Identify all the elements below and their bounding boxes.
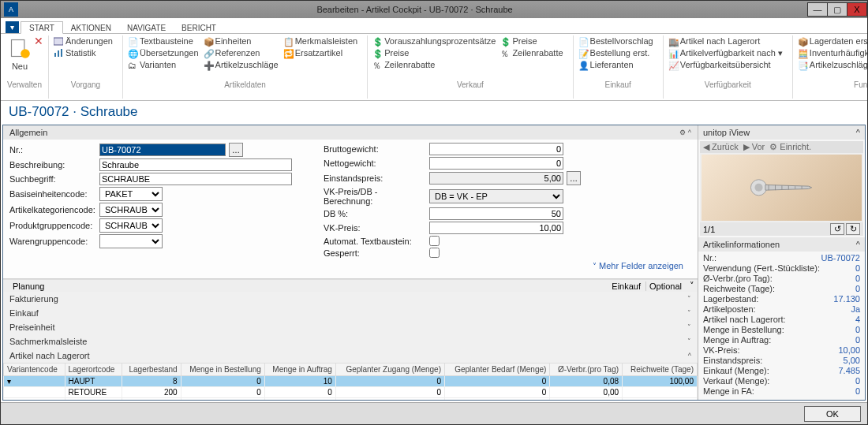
more-fields-link[interactable]: ˅ Mehr Felder anzeigen xyxy=(9,258,691,274)
preise2-button[interactable]: 💲Preise xyxy=(500,35,563,47)
artikelinfo-header[interactable]: Artikelinformationen^ xyxy=(698,237,865,252)
panel-planung-header[interactable]: Planung xyxy=(6,281,607,291)
lagerdaten-button[interactable]: 📦Lagerdaten erstellen xyxy=(798,35,868,47)
text-icon: 📄 xyxy=(128,36,137,46)
close-icon: ✕ xyxy=(34,35,43,47)
varianten-button[interactable]: 🗂Varianten xyxy=(128,59,199,70)
rotate-right-button[interactable]: ↻ xyxy=(846,223,860,235)
table-row[interactable]: SEA0100000,000,00 xyxy=(4,398,698,401)
brutto-input[interactable] xyxy=(429,143,563,155)
vorauszahlung-button[interactable]: 💲Vorauszahlungsprozentsätze xyxy=(372,35,496,47)
tab-navigate[interactable]: NAVIGATE xyxy=(119,22,174,33)
close-button[interactable]: X xyxy=(847,2,867,17)
db-input[interactable] xyxy=(429,207,563,220)
verfuegbarkeit-button[interactable]: 📈Verfügbarkeitsübersicht xyxy=(668,59,783,70)
gesperrt-checkbox[interactable] xyxy=(429,248,440,258)
autotext-checkbox[interactable] xyxy=(429,236,440,246)
info-value[interactable]: 0 xyxy=(821,284,860,293)
attr-icon: 📋 xyxy=(283,36,293,46)
lieferanten-button[interactable]: 👤Lieferanten xyxy=(578,59,653,70)
neu-button[interactable]: Neu xyxy=(6,35,34,73)
ep-lookup-button[interactable]: … xyxy=(567,171,581,185)
chevron-down-icon[interactable]: ˅ xyxy=(690,281,694,291)
nr-lookup-button[interactable]: … xyxy=(229,143,243,157)
info-value[interactable]: 17.130 xyxy=(821,294,860,304)
info-value[interactable]: 7.485 xyxy=(821,366,860,375)
merkmalsleisten-button[interactable]: 📋Merkmalsleisten xyxy=(283,35,357,47)
suchbegriff-input[interactable] xyxy=(99,173,292,185)
table-header[interactable]: Menge in Auftrag xyxy=(264,363,335,376)
info-value[interactable]: UB-70072 xyxy=(821,253,860,263)
basiseinheit-select[interactable]: PAKET xyxy=(99,187,163,201)
table-header[interactable]: Geplanter Zugang (Menge) xyxy=(335,363,444,376)
rotate-left-button[interactable]: ↺ xyxy=(830,223,844,235)
panel-sachmerkmal-header[interactable]: Sachmerkmalsleiste˅ xyxy=(3,334,698,349)
rabatte2-button[interactable]: ％Zeilenrabatte xyxy=(500,47,563,58)
delete-button[interactable]: ✕ xyxy=(34,35,43,47)
info-value[interactable]: 0 xyxy=(821,376,860,386)
panel-einkauf-header[interactable]: Einkauf˅ xyxy=(3,306,698,320)
table-row[interactable]: ▾HAUPT8010000,08100,00 xyxy=(4,376,698,387)
kategorie-select[interactable]: SCHRAUBE xyxy=(99,203,163,217)
info-value[interactable]: 5,00 xyxy=(821,356,860,365)
vkdb-select[interactable]: DB = VK - EP xyxy=(429,189,563,203)
info-value[interactable]: 0 xyxy=(821,335,860,345)
info-value[interactable]: 0 xyxy=(821,386,860,396)
vor-button[interactable]: ▶ Vor xyxy=(743,142,765,152)
netto-input[interactable] xyxy=(429,157,563,170)
table-header[interactable]: Ø-Verbr.(pro Tag) xyxy=(550,363,623,376)
minimize-button[interactable]: — xyxy=(807,2,828,17)
info-value[interactable]: 4 xyxy=(821,315,860,324)
ok-button[interactable]: OK xyxy=(804,406,861,422)
table-header[interactable]: Lagerortcode xyxy=(65,363,122,376)
tab-aktionen[interactable]: AKTIONEN xyxy=(63,22,119,33)
tab-bericht[interactable]: BERICHT xyxy=(174,22,224,33)
nr-input[interactable] xyxy=(99,144,226,156)
artikelzuschlaege-button[interactable]: ➕Artikelzuschläge xyxy=(204,59,279,70)
referenzen-button[interactable]: 🔗Referenzen xyxy=(204,47,279,58)
info-value[interactable]: 0 xyxy=(821,274,860,283)
zurueck-button[interactable]: ◀ Zurück xyxy=(703,142,739,152)
tab-start[interactable]: START xyxy=(21,21,63,34)
table-row[interactable]: RETOURE20000000,00 xyxy=(4,387,698,398)
einricht-button[interactable]: ⚙ Einricht. xyxy=(769,142,811,152)
table-header[interactable]: Menge in Bestellung xyxy=(181,363,264,376)
artikel-lagerort-button[interactable]: 🏬Artikel nach Lagerort xyxy=(668,35,783,47)
aenderungen-button[interactable]: Änderungen xyxy=(54,35,113,47)
file-tab[interactable]: ▾ xyxy=(6,21,19,33)
info-value[interactable]: Ja xyxy=(821,304,860,314)
info-value[interactable]: 0 xyxy=(821,263,860,273)
table-header[interactable]: Geplanter Bedarf (Menge) xyxy=(445,363,550,376)
ribbon: Neu ✕ Verwalten Änderungen Statistik Vor… xyxy=(1,34,867,101)
produktgruppe-select[interactable]: SCHRAUBEN xyxy=(99,218,163,233)
panel-settings-icon[interactable]: ⚙ ^ xyxy=(679,129,691,136)
iview-header[interactable]: unitop iView^ xyxy=(698,125,865,140)
table-header[interactable]: Reichweite (Tage) xyxy=(623,363,698,376)
textbausteine-button[interactable]: 📄Textbausteine xyxy=(128,35,199,47)
beschreibung-input[interactable] xyxy=(99,158,292,171)
maximize-button[interactable]: ▢ xyxy=(827,2,847,17)
vkpreis-input[interactable] xyxy=(429,222,563,234)
info-value[interactable]: 0 xyxy=(821,325,860,334)
bestellvorschlag-button[interactable]: 📄Bestellvorschlag xyxy=(578,35,653,47)
info-value[interactable]: 10,00 xyxy=(821,345,860,355)
uebersetzungen-button[interactable]: 🌐Übersetzungen xyxy=(128,47,199,58)
panel-allgemein-header[interactable]: Allgemein ⚙ ^ xyxy=(3,125,698,140)
panel-fakturierung-header[interactable]: Fakturierung˅ xyxy=(3,292,698,306)
ref-icon: 🔗 xyxy=(204,48,213,58)
table-header[interactable]: Variantencode xyxy=(4,363,65,376)
verkauf-rabatte-button[interactable]: ％Zeilenrabatte xyxy=(372,59,496,70)
einstandspreis-input[interactable] xyxy=(429,172,563,185)
panel-lagerort-header[interactable]: Artikel nach Lagerort^ xyxy=(3,349,698,363)
inventur-button[interactable]: 🧮Inventurhäufigkeit berechnen xyxy=(798,47,868,58)
ersatzartikel-button[interactable]: 🔁Ersatzartikel xyxy=(283,47,357,58)
statistik-button[interactable]: Statistik xyxy=(54,47,113,58)
zuschlaege-kopieren-button[interactable]: 📑Artikelzuschläge kopieren xyxy=(798,59,868,70)
verkauf-preise-button[interactable]: 💲Preise xyxy=(372,47,496,58)
warengruppe-select[interactable] xyxy=(99,234,163,248)
artikelverf-button[interactable]: 📊Artikelverfügbarkeit nach ▾ xyxy=(668,47,783,58)
table-header[interactable]: Lagerbestand xyxy=(122,363,181,376)
einheiten-button[interactable]: 📦Einheiten xyxy=(204,35,279,47)
panel-preiseinheit-header[interactable]: Preiseinheit˅ xyxy=(3,320,698,334)
bestellung-erst-button[interactable]: 📝Bestellung erst. xyxy=(578,47,653,58)
